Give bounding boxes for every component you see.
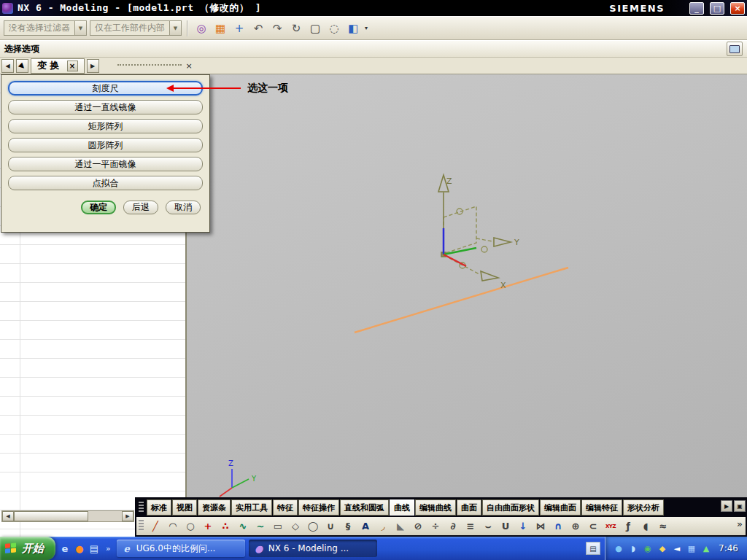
volume-tray-icon[interactable]: ◄ [671,542,683,554]
dropdown-arrow-icon[interactable]: ▼ [74,21,86,35]
redo-icon[interactable]: ↷ [268,20,286,37]
dock-tab-11[interactable]: 自由曲面形状 [482,499,539,516]
lasso-selection-icon[interactable]: ◌ [325,20,343,37]
dialog-option-2[interactable]: 通过一直线镜像 [8,100,203,114]
section-curve-icon[interactable]: ⊕ [567,518,584,534]
point-icon[interactable]: + [199,518,217,534]
toolbar-grip-icon[interactable] [139,520,144,532]
chamfer-icon[interactable]: ◣ [392,518,409,534]
selection-rectangle-icon[interactable]: ▢ [306,20,324,37]
intersection-curve-icon[interactable]: ∩ [549,518,567,534]
language-bar-icon[interactable]: ▤ [586,542,600,555]
project-curve-icon[interactable]: ↓ [514,518,532,534]
dock-tab-2[interactable]: 视图 [172,499,197,516]
horizontal-scrollbar[interactable]: ◀ ▶ [1,510,134,522]
scroll-left-icon[interactable]: ◀ [2,511,14,521]
dock-tab-6[interactable]: 特征操作 [298,499,339,516]
refresh-view-icon[interactable]: ↻ [287,20,305,37]
text-icon[interactable]: A [357,518,374,534]
point-constructor-icon[interactable]: + [231,20,248,37]
start-button[interactable]: 开始 [0,537,55,560]
dropdown-arrow-icon[interactable]: ▼ [169,21,181,35]
display-mode-button[interactable] [727,42,743,56]
selection-scope-dropdown[interactable]: 仅在工作部件内部 ▼ [90,20,182,36]
dock-tab-9[interactable]: 编辑曲线 [415,499,456,516]
divide-curve-icon[interactable]: ÷ [427,518,444,534]
polygon-icon[interactable]: ◇ [287,518,304,534]
select-cursor-button[interactable]: ▶ [16,59,28,73]
grid-icon[interactable]: ▦ [212,20,229,37]
sketch-line[interactable] [355,268,568,332]
task-button-2[interactable]: ●NX 6 - Modeling ... [249,540,377,557]
security-tray-icon[interactable]: ◉ [642,542,654,554]
point-set-icon[interactable]: ∴ [217,518,234,534]
dock-tab-5[interactable]: 特征 [273,499,298,516]
snap-point-icon[interactable]: ◎ [193,20,210,37]
dialog-option-5[interactable]: 通过一平面镜像 [8,157,203,171]
bridge-curve-icon[interactable]: ⌣ [479,518,497,534]
scroll-right-icon[interactable]: ▶ [122,511,133,521]
back-button[interactable]: 后退 [123,201,158,214]
minimize-button[interactable]: _ [689,2,704,15]
dock-tab-14[interactable]: 形状分析 [623,499,664,516]
dock-tab-13[interactable]: 编辑特征 [581,499,622,516]
wrap-curve-icon[interactable]: ◖ [637,518,654,534]
internet-explorer-icon[interactable]: e [58,542,71,555]
update-tray-icon[interactable]: ▲ [700,542,712,554]
dock-tab-7[interactable]: 直线和圆弧 [340,499,389,516]
join-curve-icon[interactable]: U [497,518,514,534]
rectangle-icon[interactable]: ▭ [269,518,287,534]
wcs-triad[interactable] [438,175,511,281]
scrollbar-thumb[interactable] [14,511,88,521]
simplify-curve-icon[interactable]: ≈ [654,518,672,534]
selection-rect-caret-icon[interactable]: ▾ [365,25,371,31]
tab-next-button[interactable]: ▶ [87,59,99,73]
close-button[interactable]: × [730,2,745,15]
tab-prev-button[interactable]: ◀ [1,59,14,73]
circle-icon[interactable]: ○ [182,518,199,534]
quick-launch-overflow-icon[interactable]: » [104,544,113,553]
dock-tab-3[interactable]: 资源条 [198,499,231,516]
xyz-point-icon[interactable]: XYZ [602,518,619,534]
dialog-option-6[interactable]: 点拟合 [8,176,203,190]
browser-icon[interactable]: ● [73,542,86,555]
law-curve-icon[interactable]: ƒ [619,518,637,534]
conic-icon[interactable]: ∪ [322,518,339,534]
docked-toolbar-handle[interactable]: × [117,61,193,71]
dock-tab-4[interactable]: 实用工具 [231,499,272,516]
transform-tab[interactable]: 变 换 × [31,58,85,74]
mirror-curve-icon[interactable]: ⋈ [532,518,549,534]
studio-spline-icon[interactable]: ~ [252,518,269,534]
arc-icon[interactable]: ◠ [164,518,182,534]
dock-window-button[interactable]: ▣ [734,500,746,512]
line-icon[interactable]: ╱ [147,518,164,534]
network-tray-icon[interactable]: ▦ [686,542,697,554]
messenger-tray-icon[interactable]: ● [613,542,624,554]
wcs-x-arrowhead-icon[interactable] [481,271,498,281]
show-desktop-icon[interactable]: ▤ [88,542,101,555]
extract-curve-icon[interactable]: ⊂ [584,518,602,534]
toolbar-grip-icon[interactable] [139,502,144,513]
cancel-button[interactable]: 取消 [166,201,201,214]
ellipse-icon[interactable]: ◯ [304,518,322,534]
spline-icon[interactable]: ∿ [234,518,252,534]
chat-tray-icon[interactable]: ◗ [627,542,639,554]
dialog-option-3[interactable]: 矩形阵列 [8,119,203,133]
graphics-viewport[interactable]: Z Y X Z Y X [187,74,747,497]
dock-tab-10[interactable]: 曲面 [457,499,481,516]
fillet-icon[interactable]: ◞ [374,518,392,534]
scrollbar-track[interactable] [88,511,122,521]
dock-tab-8[interactable]: 曲线 [390,499,414,516]
im-tray-icon[interactable]: ◆ [657,542,668,554]
dock-expand-button[interactable]: ▶ [721,500,732,512]
task-button-1[interactable]: eUG6.0中的比例问... [117,540,245,557]
tools-overflow-icon[interactable]: » [737,518,743,529]
selection-filter-dropdown[interactable]: 没有选择过滤器 ▼ [4,20,87,36]
dialog-option-4[interactable]: 圆形阵列 [8,138,203,152]
shaded-cube-icon[interactable]: ◧ [344,20,362,37]
dock-tab-12[interactable]: 编辑曲面 [540,499,581,516]
handle-close-icon[interactable]: × [186,61,193,71]
undo-icon[interactable]: ↶ [249,20,267,37]
wcs-y-arrowhead-icon[interactable] [494,238,511,246]
maximize-button[interactable]: □ [710,2,724,15]
